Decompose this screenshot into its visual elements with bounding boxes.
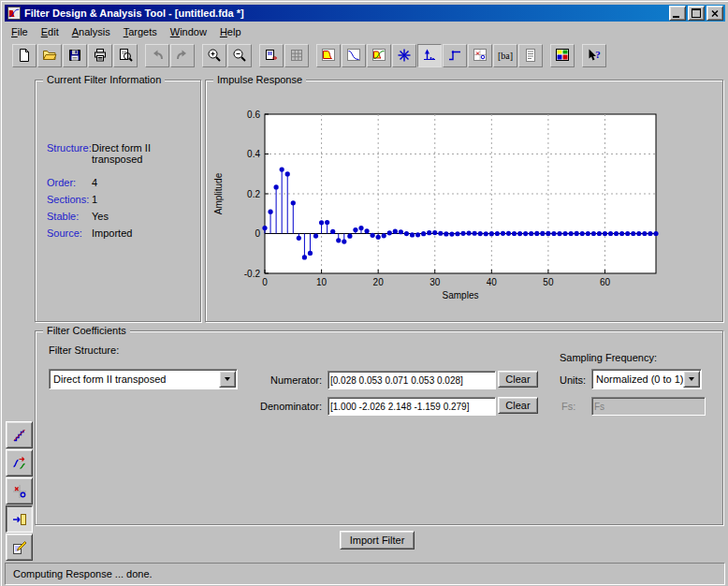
status-bar: Computing Response ... done. [5,563,725,585]
clear-numerator-button[interactable]: Clear [498,371,538,388]
magnitude-phase-button[interactable] [367,44,391,67]
fdatool-window: Filter Design & Analysis Tool - [untitle… [0,0,728,586]
open-session-button[interactable] [37,44,62,67]
full-view-analysis-icon [555,48,570,63]
svg-text:10: 10 [316,277,328,287]
info-row-sections: Sections: 1 [47,194,97,205]
app-icon [7,6,22,21]
menu-targets[interactable]: Targets [117,24,164,39]
order-label: Order: [47,177,92,188]
magnitude-phase-icon [371,48,386,63]
redo-icon [175,48,190,63]
phase-response-button[interactable] [342,44,366,67]
clear-denominator-button[interactable]: Clear [498,397,538,414]
transform-filter-button[interactable] [6,449,33,476]
chevron-down-icon[interactable] [683,371,700,388]
phase-response-icon [346,48,361,63]
magnitude-response-icon [321,48,336,63]
whats-this-button[interactable]: ? [582,44,606,67]
svg-text:Samples: Samples [443,290,479,300]
units-dropdown[interactable]: Normalized (0 to 1) [591,369,702,389]
order-value: 4 [92,177,97,188]
import-filter-button[interactable]: Import Filter [340,531,415,549]
svg-text:0: 0 [262,277,268,287]
title-bar: Filter Design & Analysis Tool - [untitle… [5,5,725,22]
status-text: Computing Response ... done. [13,568,153,579]
fs-label: Fs: [561,401,575,412]
grid-button [284,44,309,67]
svg-text:0.4: 0.4 [247,149,260,159]
magnitude-response-button[interactable] [316,44,341,67]
svg-text:-0.2: -0.2 [244,269,261,279]
print-preview-button[interactable] [113,44,138,67]
menu-window[interactable]: Window [164,24,213,39]
close-button[interactable] [706,6,723,21]
current-filter-info-panel: Current Filter Information Structure: Di… [35,80,201,322]
toolbar-separator [544,45,550,66]
filter-structure-label: Filter Structure: [49,344,119,356]
new-session-button[interactable] [12,44,36,67]
menu-help[interactable]: Help [213,24,248,39]
pole-zero-icon [473,48,488,63]
new-document-icon [17,48,32,63]
filter-info-button [518,44,543,67]
step-response-button[interactable] [443,44,467,67]
open-folder-icon [42,48,57,63]
zoom-out-button[interactable] [227,44,252,67]
svg-text:[ba]: [ba] [498,51,513,61]
menu-file[interactable]: File [5,24,35,39]
grid-icon [289,48,304,63]
toolbar-separator [310,45,316,66]
quantization-icon [12,428,27,443]
redo-button [170,44,195,67]
full-view-analysis-button[interactable] [550,44,575,67]
zoom-out-icon [232,48,247,63]
svg-text:40: 40 [487,277,498,287]
pole-zero-editor-button[interactable] [6,477,33,505]
impulse-response-icon [422,48,437,63]
menu-bar: File Edit Analysis Targets Window Help [5,23,725,39]
print-icon [93,48,108,63]
group-delay-button[interactable] [392,44,416,67]
whats-this-icon: ? [587,48,602,63]
maximize-button[interactable] [688,6,705,21]
set-quantization-button[interactable] [6,421,33,448]
print-preview-icon [118,48,133,63]
numerator-label: Numerator: [232,374,322,386]
filter-structure-dropdown[interactable]: Direct form II transposed [49,369,238,389]
toolbar-separator [138,45,145,66]
save-session-button[interactable] [63,44,87,67]
design-filter-mode-button[interactable] [6,534,33,561]
import-filter-mode-button[interactable] [6,505,33,533]
coefficients-button[interactable]: [ba] [493,44,517,67]
import-filter-icon [12,512,27,527]
print-to-figure-button[interactable] [259,44,284,67]
numerator-input[interactable] [328,371,496,389]
denominator-input[interactable] [328,397,496,416]
info-row-structure: Structure: Direct form II transposed [47,142,170,165]
info-row-order: Order: 4 [47,177,97,188]
toolbar-separator [196,45,202,66]
structure-value: Direct form II transposed [92,142,170,165]
menu-analysis[interactable]: Analysis [66,24,117,39]
arrow-glyph [225,377,230,381]
coefficients-icon: [ba] [498,48,513,63]
menu-edit[interactable]: Edit [35,24,66,39]
svg-text:50: 50 [543,277,554,287]
group-delay-icon [397,48,412,63]
fs-input [591,397,706,416]
undo-button [145,44,169,67]
pole-zero-button[interactable] [468,44,492,67]
export-figure-icon [264,48,279,63]
minimize-icon [673,16,679,18]
impulse-response-panel: Impulse Response 0.60.40.20-0.2010203040… [205,80,723,322]
filter-structure-value: Direct form II transposed [50,374,219,385]
zoom-in-button[interactable] [202,44,226,67]
minimize-button[interactable] [669,6,686,21]
stable-value: Yes [92,211,109,222]
svg-text:0.6: 0.6 [247,110,260,120]
stable-label: Stable: [47,211,92,222]
impulse-response-button[interactable] [417,44,442,67]
units-value: Normalized (0 to 1) [592,374,683,385]
print-button[interactable] [88,44,112,67]
